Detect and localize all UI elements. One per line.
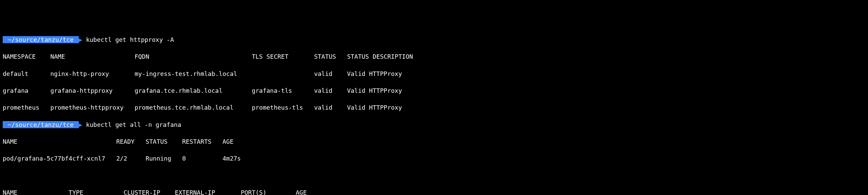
pods-row: pod/grafana-5c77bf4cff-xcnl7 2/2 Running… xyxy=(3,154,865,163)
command-input[interactable]: kubectl get all -n grafana xyxy=(82,121,182,128)
httpproxy-header: NAMESPACE NAME FQDN TLS SECRET STATUS ST… xyxy=(3,52,865,61)
services-header: NAME TYPE CLUSTER-IP EXTERNAL-IP PORT(S)… xyxy=(3,188,865,195)
httpproxy-row: prometheus prometheus-httpproxy promethe… xyxy=(3,103,865,112)
pods-header: NAME READY STATUS RESTARTS AGE xyxy=(3,137,865,146)
command-input[interactable]: kubectl get httpproxy -A xyxy=(82,36,174,43)
blank-line xyxy=(3,171,865,180)
prompt-path: ~/source/tanzu/tce xyxy=(3,121,79,128)
httpproxy-row: default nginx-http-proxy my-ingress-test… xyxy=(3,69,865,78)
prompt-arrow-icon: ▶ xyxy=(79,36,82,43)
prompt-arrow-icon: ▶ xyxy=(79,121,82,128)
httpproxy-row: grafana grafana-httpproxy grafana.tce.rh… xyxy=(3,86,865,95)
prompt-path: ~/source/tanzu/tce xyxy=(3,36,79,43)
